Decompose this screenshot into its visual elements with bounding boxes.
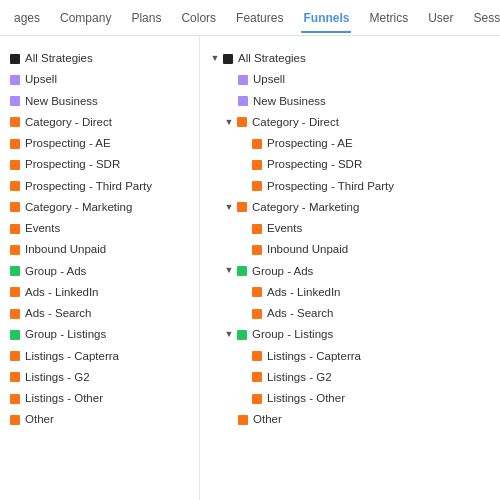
list-item[interactable]: Ads - Search [8,303,191,324]
list-item[interactable]: Events [8,218,191,239]
item-label: Listings - Capterra [267,348,361,365]
list-item[interactable]: Group - Ads [8,261,191,282]
list-item[interactable]: New Business [8,91,191,112]
list-item[interactable]: Listings - Other [208,388,492,409]
list-item[interactable]: Inbound Unpaid [208,239,492,260]
list-item[interactable]: Other [208,409,492,430]
color-swatch [10,54,20,64]
item-label: Listings - Other [267,390,345,407]
list-item[interactable]: Listings - G2 [208,367,492,388]
item-label: Prospecting - SDR [25,156,120,173]
color-swatch [10,372,20,382]
left-panel: All StrategiesUpsellNew BusinessCategory… [0,36,200,500]
item-label: Category - Marketing [252,199,359,216]
expand-arrow-icon[interactable]: ▼ [224,202,234,212]
item-label: Listings - G2 [267,369,332,386]
list-item[interactable]: Group - Listings [8,324,191,345]
list-item[interactable]: Upsell [208,69,492,90]
list-item[interactable]: ▼Group - Ads [208,261,492,282]
list-item[interactable]: ▼Category - Marketing [208,197,492,218]
list-item[interactable]: Listings - Capterra [208,346,492,367]
nav-item-funnels[interactable]: Funnels [293,3,359,33]
list-item[interactable]: ▼Group - Listings [208,324,492,345]
item-label: New Business [253,93,326,110]
expand-arrow-icon[interactable]: ▼ [210,54,220,64]
color-swatch [10,394,20,404]
list-item[interactable]: Ads - Search [208,303,492,324]
list-item[interactable]: Ads - LinkedIn [208,282,492,303]
color-swatch [10,351,20,361]
item-label: Inbound Unpaid [267,241,348,258]
item-label: Group - Ads [25,263,86,280]
arrow-placeholder [224,414,236,426]
right-panel: ▼All StrategiesUpsellNew Business▼Catego… [200,36,500,500]
list-item[interactable]: Category - Marketing [8,197,191,218]
item-label: Prospecting - Third Party [267,178,394,195]
list-item[interactable]: Prospecting - SDR [8,154,191,175]
list-item[interactable]: All Strategies [8,48,191,69]
list-item[interactable]: Upsell [8,69,191,90]
color-swatch [252,372,262,382]
nav-item-plans[interactable]: Plans [121,3,171,33]
expand-arrow-icon[interactable]: ▼ [224,117,234,127]
nav-item-company[interactable]: Company [50,3,121,33]
item-label: Other [253,411,282,428]
color-swatch [237,202,247,212]
navigation-bar: agesCompanyPlansColorsFeaturesFunnelsMet… [0,0,500,36]
list-item[interactable]: Prospecting - Third Party [208,176,492,197]
list-item[interactable]: Listings - G2 [8,367,191,388]
nav-item-colors[interactable]: Colors [171,3,226,33]
list-item[interactable]: New Business [208,91,492,112]
list-item[interactable]: Other [8,409,191,430]
color-swatch [252,245,262,255]
list-item[interactable]: Prospecting - SDR [208,154,492,175]
color-swatch [252,394,262,404]
list-item[interactable]: Events [208,218,492,239]
color-swatch [252,224,262,234]
expand-arrow-icon[interactable]: ▼ [224,266,234,276]
color-swatch [10,75,20,85]
expand-arrow-icon[interactable]: ▼ [224,330,234,340]
color-swatch [252,309,262,319]
nav-item-metrics[interactable]: Metrics [359,3,418,33]
list-item[interactable]: Prospecting - AE [208,133,492,154]
list-item[interactable]: Ads - LinkedIn [8,282,191,303]
nav-item-user[interactable]: User [418,3,463,33]
arrow-placeholder [238,159,250,171]
list-item[interactable]: Inbound Unpaid [8,239,191,260]
nav-item-session-prefer---[interactable]: Session Prefer... [464,3,501,33]
list-item[interactable]: Category - Direct [8,112,191,133]
list-item[interactable]: Listings - Other [8,388,191,409]
list-item[interactable]: ▼All Strategies [208,48,492,69]
color-swatch [10,266,20,276]
color-swatch [10,287,20,297]
item-label: Upsell [25,71,57,88]
arrow-placeholder [238,223,250,235]
arrow-placeholder [238,371,250,383]
arrow-placeholder [224,95,236,107]
color-swatch [10,139,20,149]
nav-item-features[interactable]: Features [226,3,293,33]
color-swatch [237,266,247,276]
list-item[interactable]: Prospecting - AE [8,133,191,154]
item-label: Ads - Search [25,305,91,322]
item-label: Prospecting - SDR [267,156,362,173]
item-label: Ads - LinkedIn [25,284,99,301]
color-swatch [223,54,233,64]
item-label: Events [267,220,302,237]
list-item[interactable]: Listings - Capterra [8,346,191,367]
item-label: Ads - Search [267,305,333,322]
color-swatch [252,181,262,191]
arrow-placeholder [238,350,250,362]
item-label: Category - Direct [25,114,112,131]
main-content: All StrategiesUpsellNew BusinessCategory… [0,36,500,500]
list-item[interactable]: ▼Category - Direct [208,112,492,133]
item-label: Prospecting - AE [267,135,353,152]
color-swatch [237,117,247,127]
color-swatch [252,287,262,297]
nav-item-ages[interactable]: ages [4,3,50,33]
arrow-placeholder [238,244,250,256]
item-label: Inbound Unpaid [25,241,106,258]
list-item[interactable]: Prospecting - Third Party [8,176,191,197]
item-label: Ads - LinkedIn [267,284,341,301]
